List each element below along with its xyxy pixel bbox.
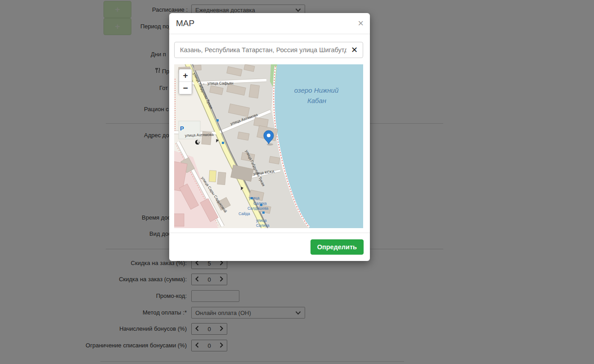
map-container[interactable]: + − bbox=[174, 64, 363, 228]
modal-body: ✕ + − bbox=[169, 34, 370, 228]
stop-label: Сайда bbox=[238, 211, 250, 216]
lake-label-line2: Кабан bbox=[307, 97, 326, 104]
stop-label: Салиха bbox=[253, 201, 267, 206]
street-label: улица Сафьян bbox=[207, 81, 234, 85]
stop-label: Салдашева bbox=[248, 206, 269, 211]
zoom-out-button[interactable]: − bbox=[179, 82, 192, 94]
map-modal: MAP × ✕ + − bbox=[169, 13, 370, 261]
stop-label: улица bbox=[256, 218, 267, 223]
address-search-input[interactable] bbox=[174, 42, 363, 58]
stop-label: улица bbox=[249, 196, 260, 200]
map-zoom-control: + − bbox=[179, 69, 192, 94]
determine-button[interactable]: Определить bbox=[310, 239, 364, 255]
modal-header: MAP × bbox=[169, 13, 370, 34]
stop-label: Салиха bbox=[256, 223, 270, 228]
lake-label-line1: озеро Нижний bbox=[294, 86, 339, 94]
modal-title: MAP bbox=[176, 18, 194, 28]
clear-icon[interactable]: ✕ bbox=[348, 44, 360, 56]
parking-icon: P bbox=[180, 125, 184, 132]
screen: + + Расписание : Ежедневная доставка Пер… bbox=[0, 0, 594, 364]
close-icon[interactable]: × bbox=[358, 18, 364, 28]
modal-footer: Определить bbox=[169, 233, 370, 261]
zoom-in-button[interactable]: + bbox=[179, 69, 192, 82]
map-canvas[interactable]: ← улица Сафьян улица Габдуллы Тукая улиц… bbox=[174, 64, 363, 228]
